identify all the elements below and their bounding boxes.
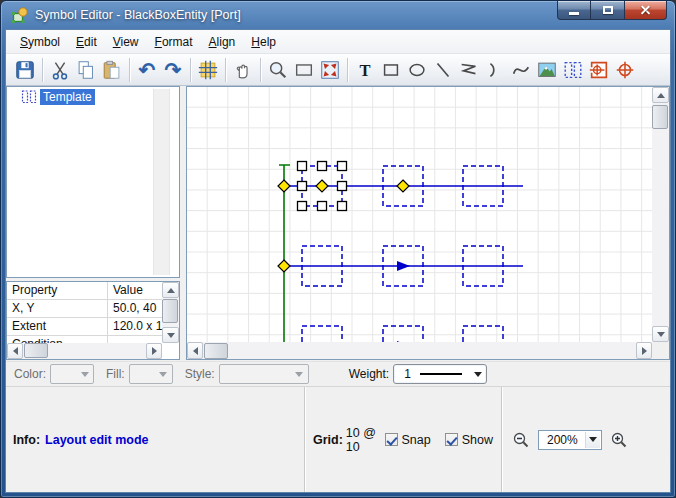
tree-item-label: Template: [40, 89, 95, 105]
property-row[interactable]: Condition: [7, 336, 162, 343]
menu-edit[interactable]: Edit: [68, 32, 105, 52]
info-value: Layout edit mode: [45, 433, 148, 447]
property-grid-vertical-scrollbar[interactable]: [162, 282, 179, 343]
selection-handle[interactable]: [298, 202, 307, 211]
symbol-tree-panel: Template: [6, 86, 180, 278]
scroll-thumb[interactable]: [204, 343, 228, 359]
weight-combobox[interactable]: 1: [393, 364, 487, 384]
format-toolbar: Color: Fill: Style: Weight: 1: [6, 361, 670, 386]
subsymbol-icon: [562, 59, 584, 81]
selection-handle[interactable]: [298, 182, 307, 191]
scrollbar-corner: [652, 342, 669, 359]
text-tool-button[interactable]: T: [352, 57, 378, 83]
polyline-tool-button[interactable]: [456, 57, 482, 83]
property-row[interactable]: X, Y 50.0, 40: [7, 300, 162, 318]
redo-button[interactable]: ↷: [160, 57, 186, 83]
spline-tool-button[interactable]: [508, 57, 534, 83]
scroll-right-button[interactable]: [636, 342, 652, 359]
selection-handle[interactable]: [298, 162, 307, 171]
port-box-r3c1[interactable]: [302, 326, 342, 342]
scroll-down-button[interactable]: [652, 326, 669, 342]
ellipse-tool-button[interactable]: [404, 57, 430, 83]
scroll-right-button[interactable]: [146, 343, 162, 359]
scroll-down-button[interactable]: [162, 327, 179, 343]
vertex-diamond[interactable]: [278, 260, 290, 272]
rectangle-tool-button[interactable]: [378, 57, 404, 83]
scroll-thumb[interactable]: [162, 299, 178, 323]
dropdown-arrow-icon[interactable]: [585, 432, 600, 448]
arc-icon: [484, 59, 506, 81]
zoom-level-combobox[interactable]: 200%: [538, 430, 602, 450]
port-box-r3c2[interactable]: [383, 326, 423, 342]
snap-checkbox[interactable]: [385, 433, 398, 446]
menu-help[interactable]: Help: [243, 32, 284, 52]
value-column-header: Value: [107, 282, 162, 299]
selection-handle[interactable]: [318, 202, 327, 211]
titlebar: Symbol Editor - BlackBoxEntity [Port]: [1, 1, 675, 29]
pan-button[interactable]: [230, 57, 256, 83]
scroll-left-button[interactable]: [7, 343, 23, 359]
paste-icon: [101, 59, 123, 81]
vertex-diamond[interactable]: [278, 180, 290, 192]
main-area: Template Property Value X, Y 50.0, 40: [6, 86, 670, 361]
port-tool-button[interactable]: [586, 57, 612, 83]
grid-settings-button[interactable]: [195, 57, 221, 83]
dropdown-arrow-icon: [156, 366, 171, 382]
subsymbol-tool-button[interactable]: [560, 57, 586, 83]
arc-tool-button[interactable]: [482, 57, 508, 83]
zoom-window-button[interactable]: [291, 57, 317, 83]
spline-icon: [510, 59, 532, 81]
minimize-icon: [569, 12, 579, 15]
zoom-out-button[interactable]: [512, 431, 530, 449]
menu-symbol[interactable]: Symbol: [12, 32, 68, 52]
scroll-left-button[interactable]: [187, 342, 203, 359]
maximize-button[interactable]: [590, 1, 625, 20]
tree-scrollbar[interactable]: [153, 89, 170, 275]
fill-combobox: [129, 364, 173, 384]
selection-handle[interactable]: [338, 202, 347, 211]
cut-button[interactable]: [47, 57, 73, 83]
close-button[interactable]: [625, 1, 667, 20]
port-box-r3c3[interactable]: [463, 326, 503, 342]
save-icon: [14, 59, 36, 81]
arrow-up-icon: [167, 288, 175, 293]
property-row[interactable]: Extent 120.0 x 10: [7, 318, 162, 336]
menu-format[interactable]: Format: [147, 32, 201, 52]
zoom-fit-button[interactable]: [317, 57, 343, 83]
menu-align[interactable]: Align: [201, 32, 244, 52]
image-tool-button[interactable]: [534, 57, 560, 83]
scroll-up-button[interactable]: [162, 282, 179, 298]
copy-button[interactable]: [73, 57, 99, 83]
selection-handle[interactable]: [338, 182, 347, 191]
show-label: Show: [462, 433, 493, 447]
minimize-button[interactable]: [557, 1, 590, 20]
color-label: Color:: [14, 367, 46, 381]
arrow-marker-2[interactable]: [397, 261, 410, 271]
property-grid-header: Property Value: [7, 282, 162, 300]
canvas-horizontal-scrollbar[interactable]: [187, 342, 652, 359]
undo-button[interactable]: ↶: [134, 57, 160, 83]
line-tool-button[interactable]: [430, 57, 456, 83]
save-button[interactable]: [12, 57, 38, 83]
drawing-canvas[interactable]: [187, 87, 652, 342]
scroll-thumb[interactable]: [24, 343, 48, 358]
menu-view[interactable]: View: [105, 32, 147, 52]
scroll-thumb[interactable]: [652, 105, 668, 129]
paste-button[interactable]: [99, 57, 125, 83]
vertex-diamond[interactable]: [397, 180, 409, 192]
reference-point-tool-button[interactable]: [612, 57, 638, 83]
grid-icon: [197, 59, 219, 81]
show-checkbox[interactable]: [445, 433, 458, 446]
subsymbol-icon: [21, 89, 37, 105]
zoom-in-button[interactable]: [610, 431, 628, 449]
property-grid-horizontal-scrollbar[interactable]: [7, 343, 162, 359]
ellipse-icon: [406, 59, 428, 81]
canvas-vertical-scrollbar[interactable]: [652, 87, 669, 342]
scroll-up-button[interactable]: [652, 87, 669, 103]
vertex-diamond[interactable]: [316, 180, 328, 192]
selection-handle[interactable]: [318, 162, 327, 171]
arrow-down-icon: [657, 332, 665, 337]
selection-handle[interactable]: [338, 162, 347, 171]
zoom-button[interactable]: [265, 57, 291, 83]
magnifier-icon: [267, 59, 289, 81]
